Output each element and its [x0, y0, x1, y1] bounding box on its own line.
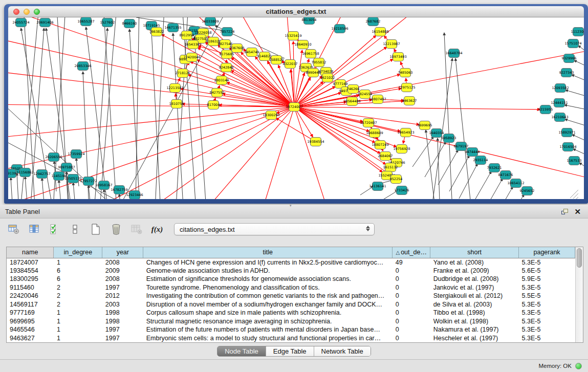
network-window-titlebar[interactable]: citations_edges.txt [8, 6, 584, 17]
column-header-name[interactable]: name [7, 247, 54, 258]
network-node[interactable]: 20206556 [45, 153, 62, 162]
table-row[interactable]: 1938455462009Genome-wide association stu… [7, 267, 575, 275]
table-options-icon[interactable] [7, 223, 20, 236]
network-node[interactable]: 1112304 [571, 28, 584, 36]
table-row[interactable]: 2242004622012Investigating the contribut… [7, 292, 575, 300]
network-node[interactable]: 10958167 [95, 181, 112, 190]
split-pane-grip[interactable]: ▾ [290, 204, 292, 208]
network-node[interactable]: 8471676 [498, 171, 513, 180]
network-node[interactable]: 1527602 [100, 18, 115, 27]
network-node[interactable]: 12213987 [383, 40, 400, 49]
network-node[interactable]: 10654112 [507, 179, 524, 188]
network-node[interactable]: 1615132 [383, 163, 398, 172]
tab-node-table[interactable]: Node Table [217, 346, 266, 356]
column-visibility-icon[interactable] [28, 223, 41, 236]
network-node[interactable]: 16782759 [111, 186, 127, 194]
network-node[interactable]: 9699695 [418, 121, 432, 130]
network-node[interactable]: 6679197 [454, 142, 469, 151]
network-node[interactable]: 817004 [207, 101, 220, 110]
network-node[interactable]: 1145194 [52, 172, 67, 181]
table-row[interactable]: 911546021997Tourette syndrome. Phenomeno… [7, 283, 575, 292]
column-header-year[interactable]: year [102, 247, 143, 258]
table-row[interactable]: 946554611997Estimation of the future num… [7, 325, 575, 334]
network-node[interactable]: 8813054 [302, 17, 317, 25]
network-node[interactable]: 7932621 [487, 164, 502, 172]
table-row[interactable]: 969969511998Structural magnetic resonanc… [7, 317, 575, 326]
float-panel-icon[interactable] [561, 209, 568, 214]
network-node[interactable]: 2803144 [214, 76, 229, 85]
table-row[interactable]: 1872400712008Changes of HCN gene express… [7, 258, 575, 267]
network-node[interactable]: 17359924 [68, 150, 84, 159]
network-node[interactable]: 7955812 [312, 58, 326, 67]
network-node[interactable]: 15325419 [285, 32, 301, 40]
network-node[interactable]: 12444151 [551, 99, 568, 107]
delete-column-icon[interactable] [110, 223, 123, 236]
tab-network-table[interactable]: Network Table [314, 346, 371, 356]
network-node[interactable]: 12093582 [552, 84, 569, 93]
network-node[interactable]: 8912954 [180, 31, 194, 40]
network-node[interactable]: 9463627 [402, 97, 417, 105]
tab-edge-table[interactable]: Edge Table [266, 346, 314, 356]
network-node[interactable]: 19218596 [331, 25, 348, 33]
row-selection-icon[interactable] [48, 223, 61, 236]
network-node[interactable]: 7663822 [149, 28, 164, 36]
network-node[interactable]: 20853346 [74, 62, 91, 71]
table-select-dropdown[interactable]: citations_edges.txt [174, 223, 375, 235]
table-vertical-scrollbar[interactable] [575, 247, 583, 342]
network-node[interactable]: 8466160 [122, 19, 137, 28]
network-node[interactable]: 9329966 [562, 54, 577, 63]
network-node[interactable]: 9245652 [520, 187, 535, 195]
network-node[interactable]: 1810754 [169, 100, 184, 108]
network-node[interactable]: 12213583 [166, 84, 183, 93]
network-node[interactable]: 9227343 [559, 69, 574, 77]
network-node[interactable]: 2684067 [378, 152, 393, 161]
network-node[interactable]: 9175685 [220, 50, 234, 59]
column-header-out_de[interactable]: △out_de… [393, 247, 430, 258]
network-node[interactable]: 39139 [8, 169, 16, 178]
network-view-window[interactable]: citations_edges.txt 18724007240557242069… [4, 4, 588, 204]
node-table[interactable]: namein_degreeyeartitle△out_de…shortpager… [7, 247, 575, 342]
network-node[interactable]: 15751074 [564, 39, 581, 48]
network-node[interactable]: 2718126 [176, 69, 190, 78]
network-node[interactable]: 19756928 [393, 145, 410, 154]
network-node[interactable]: 10655287 [77, 17, 94, 26]
network-node[interactable]: 15892971 [558, 128, 575, 137]
scrollbar-thumb[interactable] [577, 248, 582, 268]
network-node[interactable]: 19384554 [307, 138, 324, 146]
network-node[interactable]: 8322037 [283, 60, 298, 69]
network-node[interactable]: 18807249 [372, 141, 388, 149]
column-header-short[interactable]: short [430, 247, 519, 258]
network-node[interactable]: 5958923 [442, 134, 456, 143]
network-node[interactable]: 16648784 [445, 49, 462, 58]
network-node[interactable]: 15720407 [360, 119, 377, 127]
network-node[interactable]: 16154808 [372, 28, 388, 36]
network-node[interactable]: 952254 [390, 175, 403, 184]
network-node[interactable]: 9474444 [465, 148, 480, 157]
network-node[interactable]: 8215955 [538, 105, 553, 114]
network-node[interactable]: 12942757 [33, 170, 50, 179]
network-node[interactable]: 16961758 [302, 50, 319, 58]
table-row[interactable]: 946362711997Embryonic stem cells: a mode… [7, 334, 575, 343]
network-node[interactable]: 1167533 [567, 157, 582, 165]
network-node[interactable]: 7485063 [398, 69, 413, 77]
new-column-icon[interactable] [89, 223, 102, 236]
network-node[interactable]: 8427552 [210, 89, 225, 97]
network-node[interactable]: 18300295 [263, 111, 279, 120]
network-node[interactable]: 14671355 [164, 24, 181, 32]
table-row[interactable]: 977716911998Corpus callosum shape and si… [7, 309, 575, 317]
network-canvas[interactable]: 1872400724055724206914061065528715276028… [8, 17, 584, 199]
network-node[interactable]: 7857224 [220, 28, 235, 36]
column-header-pagerank[interactable]: pagerank [519, 247, 575, 258]
network-node[interactable]: 2687682 [366, 17, 381, 26]
column-header-in_degree[interactable]: in_degree [54, 247, 102, 258]
network-node[interactable]: 1588520 [269, 56, 284, 64]
network-node[interactable]: 2935114 [473, 156, 488, 165]
network-node[interactable]: 16033809 [202, 17, 219, 26]
column-narrow-icon[interactable] [69, 223, 82, 236]
table-row[interactable]: 1456911722003Disruption of a novel membe… [7, 300, 575, 309]
node-table-body[interactable]: 1872400712008Changes of HCN gene express… [7, 258, 575, 342]
function-builder-icon[interactable]: f(x) [150, 223, 164, 236]
network-node[interactable]: 14136141 [369, 182, 386, 191]
column-header-title[interactable]: title [143, 247, 393, 258]
close-panel-icon[interactable]: ✕ [574, 209, 581, 214]
